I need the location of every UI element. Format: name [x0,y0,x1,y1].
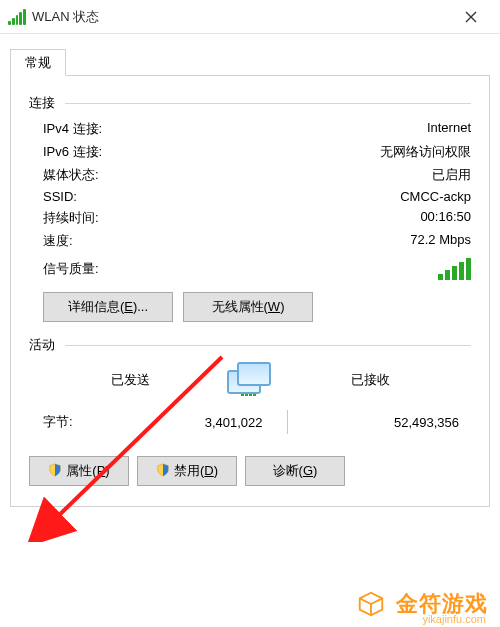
row-media: 媒体状态: 已启用 [43,166,471,184]
row-duration: 持续时间: 00:16:50 [43,209,471,227]
wireless-button-post: ) [280,299,284,314]
titlebar: WLAN 状态 [0,0,500,34]
details-button-post: )... [133,299,148,314]
tab-panel: 连接 IPv4 连接: Internet IPv6 连接: 无网络访问权限 媒体… [10,76,490,507]
signal-label: 信号质量: [43,260,153,278]
disable-button-pre: 禁用( [174,463,204,478]
details-button[interactable]: 详细信息(E)... [43,292,173,322]
disable-button-hotkey: D [204,463,213,478]
vertical-divider [287,410,288,434]
duration-value: 00:16:50 [153,209,471,227]
section-connection-label: 连接 [29,94,55,112]
disable-button-post: ) [214,463,218,478]
properties-button[interactable]: 属性(P) [29,456,129,486]
row-speed: 速度: 72.2 Mbps [43,232,471,250]
shield-icon [48,463,62,477]
bytes-sent-value: 3,401,022 [103,415,275,430]
shield-icon [156,463,170,477]
details-button-pre: 详细信息( [68,299,124,314]
activity-sent-label: 已发送 [65,371,195,389]
disable-button[interactable]: 禁用(D) [137,456,237,486]
tab-general[interactable]: 常规 [10,49,66,76]
connection-button-row: 详细信息(E)... 无线属性(W) [43,292,471,322]
diagnose-button-post: ) [313,463,317,478]
section-connection: 连接 [29,94,471,112]
section-activity-label: 活动 [29,336,55,354]
diagnose-button-pre: 诊断( [273,463,303,478]
ipv6-value: 无网络访问权限 [153,143,471,161]
media-value: 已启用 [153,166,471,184]
duration-label: 持续时间: [43,209,153,227]
speed-label: 速度: [43,232,153,250]
media-label: 媒体状态: [43,166,153,184]
wireless-properties-button[interactable]: 无线属性(W) [183,292,313,322]
activity-button-row: 属性(P) 禁用(D) 诊断(G) [29,456,471,486]
ssid-label: SSID: [43,189,153,204]
row-ipv6: IPv6 连接: 无网络访问权限 [43,143,471,161]
watermark: 金符游戏 yikajinfu.com [0,581,500,627]
wireless-button-pre: 无线属性( [212,299,268,314]
ipv4-value: Internet [153,120,471,138]
properties-button-post: ) [105,463,109,478]
client-area: 常规 连接 IPv4 连接: Internet IPv6 连接: 无网络访问权限… [0,34,500,517]
divider [65,103,471,104]
properties-button-pre: 属性( [66,463,96,478]
diagnose-button-hotkey: G [303,463,313,478]
row-ssid: SSID: CMCC-ackp [43,189,471,204]
section-activity: 活动 [29,336,471,354]
watermark-url: yikajinfu.com [422,613,486,625]
bytes-received-value: 52,493,356 [300,415,472,430]
activity-received-label: 已接收 [305,371,435,389]
tab-strip: 常规 [10,48,490,76]
bytes-label: 字节: [43,413,103,431]
speed-value: 72.2 Mbps [153,232,471,250]
close-button[interactable] [448,3,494,31]
activity-visual: 已发送 已接收 [29,362,471,398]
row-bytes: 字节: 3,401,022 52,493,356 [43,410,471,434]
divider [65,345,471,346]
signal-icon [8,9,26,25]
row-signal: 信号质量: [43,258,471,280]
activity-monitor-icon [195,362,305,398]
window-title: WLAN 状态 [32,8,448,26]
ipv6-label: IPv6 连接: [43,143,153,161]
cube-icon [356,589,386,619]
diagnose-button[interactable]: 诊断(G) [245,456,345,486]
ssid-value: CMCC-ackp [153,189,471,204]
wireless-button-hotkey: W [268,299,280,314]
signal-bars-icon [438,258,471,280]
details-button-hotkey: E [124,299,133,314]
ipv4-label: IPv4 连接: [43,120,153,138]
close-icon [465,11,477,23]
row-ipv4: IPv4 连接: Internet [43,120,471,138]
